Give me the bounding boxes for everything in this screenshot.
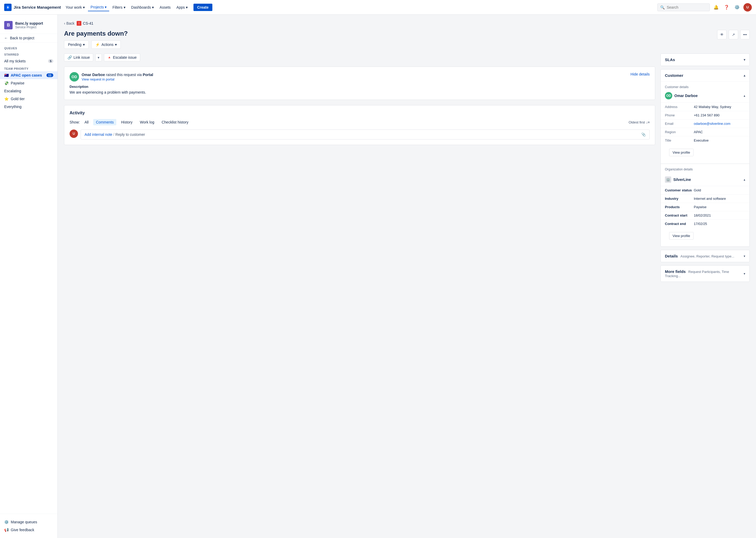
queues-section-label: Queues — [0, 45, 57, 51]
sidebar-project: B Banc.ly support Service Project — [0, 19, 57, 33]
add-note-label[interactable]: Add internal note — [85, 133, 112, 136]
org-name: SilverLine — [673, 178, 691, 182]
gear-icon: ⚙️ — [4, 520, 9, 524]
chevron-down-icon: ▾ — [124, 5, 125, 9]
view-portal-link[interactable]: View request in portal — [82, 77, 153, 81]
nav-assets[interactable]: Assets — [157, 4, 173, 11]
customer-region-row: Region APAC — [661, 128, 749, 136]
sidebar-item-everything[interactable]: Everything — [0, 103, 57, 111]
create-button[interactable]: Create — [193, 4, 212, 11]
customer-profile-row: OD Omar Darboe ▴ — [661, 91, 749, 102]
link-issue-button[interactable]: 🔗 Link issue — [64, 53, 93, 61]
requester-avatar: OD — [70, 72, 79, 81]
details-section: Details Assignee, Reporter, Request type… — [661, 250, 750, 262]
breadcrumb: ‹ Back ! CS-41 — [64, 21, 750, 26]
more-fields-section: More fields Request Participants, Time T… — [661, 265, 750, 282]
commenter-avatar: U — [70, 130, 78, 138]
filter-comments[interactable]: Comments — [93, 119, 116, 125]
sort-button[interactable]: Oldest first ↓≡ — [629, 120, 650, 124]
org-row: 🏢 SilverLine ▴ — [661, 173, 749, 186]
requester-row: OD Omar Darboe raised this request via P… — [70, 72, 650, 81]
customer-address-row: Address 42 Wallaby Way, Sydney — [661, 102, 749, 111]
user-avatar[interactable]: U — [743, 3, 752, 12]
comment-box[interactable]: Add internal note / Reply to customer 📎 — [81, 130, 650, 139]
share-button[interactable]: ↗ — [729, 30, 738, 39]
topnav: Jira Service Management Your work ▾ Proj… — [0, 0, 756, 15]
project-icon: B — [4, 21, 13, 29]
customer-body: Customer details OD Omar Darboe ▴ Addres… — [661, 81, 749, 246]
org-info: 🏢 SilverLine — [665, 177, 691, 183]
nav-filters[interactable]: Filters ▾ — [110, 4, 128, 11]
project-name: Banc.ly support — [15, 21, 43, 26]
actions-button[interactable]: ⚡ Actions ▾ — [92, 40, 121, 49]
org-contract-end-row: Contract end 17/02/25 — [661, 219, 749, 228]
activity-title: Activity — [70, 111, 650, 115]
reply-label[interactable]: Reply to customer — [115, 133, 145, 136]
chevron-down-icon: ▾ — [105, 5, 106, 9]
chevron-up-icon: ▴ — [744, 178, 745, 182]
customer-email-link[interactable]: odarboe@silverline.com — [694, 122, 730, 126]
action-bar: 🔗 Link issue ▾ 🔺 Escalate issue — [64, 53, 655, 61]
settings-button[interactable]: ⚙️ — [733, 3, 741, 12]
back-to-project-label: Back to project — [10, 36, 34, 40]
sidebar-item-gold-tier[interactable]: ⭐ Gold tier — [0, 95, 57, 103]
status-button[interactable]: Pending ▾ — [64, 40, 89, 49]
manage-queues-button[interactable]: ⚙️ Manage queues — [0, 518, 57, 526]
nav-dashboards[interactable]: Dashboards ▾ — [129, 4, 157, 11]
sidebar: B Banc.ly support Service Project ← Back… — [0, 15, 58, 538]
layout: B Banc.ly support Service Project ← Back… — [0, 0, 756, 538]
hide-details-button[interactable]: Hide details — [631, 72, 650, 76]
sidebar-item-apac-open-cases[interactable]: 🇦🇺 APAC open cases 11 — [0, 71, 57, 79]
top-nav-items: Your work ▾ Projects ▾ Filters ▾ Dashboa… — [63, 3, 190, 11]
app-name: Jira Service Management — [14, 5, 61, 9]
nav-your-work[interactable]: Your work ▾ — [63, 4, 88, 11]
sidebar-item-paywise[interactable]: 💸 Paywise — [0, 79, 57, 87]
notifications-button[interactable]: 🔔 — [712, 3, 720, 12]
link-issue-dropdown[interactable]: ▾ — [95, 54, 102, 61]
search-input[interactable] — [667, 5, 704, 9]
requester-text-block: Omar Darboe raised this request via Port… — [82, 73, 153, 81]
search-icon: 🔍 — [660, 5, 664, 9]
customer-section: Customer ▴ Customer details OD Omar Darb… — [661, 69, 750, 247]
org-view-profile-button[interactable]: View profile — [669, 232, 694, 240]
app-logo[interactable]: Jira Service Management — [4, 4, 61, 11]
filter-all[interactable]: All — [82, 119, 92, 125]
customer-header[interactable]: Customer ▴ — [661, 70, 749, 81]
watch-button[interactable]: 👁 — [717, 30, 726, 39]
attachment-icon[interactable]: 📎 — [641, 133, 646, 136]
escalate-issue-button[interactable]: 🔺 Escalate issue — [104, 53, 140, 61]
filter-history[interactable]: History — [118, 119, 135, 125]
issue-type-icon: ! — [77, 21, 81, 26]
sidebar-item-all-my-tickets[interactable]: All my tickets 5 — [0, 57, 57, 65]
activity-show: Show: All Comments History Work log Chec… — [70, 119, 191, 125]
slas-header[interactable]: SLAs ▾ — [661, 54, 749, 66]
filter-checklist[interactable]: Checklist history — [159, 119, 191, 125]
nav-apps[interactable]: Apps ▾ — [174, 4, 190, 11]
content-area: 🔗 Link issue ▾ 🔺 Escalate issue OD — [64, 53, 750, 285]
breadcrumb-back[interactable]: ‹ Back — [64, 21, 75, 26]
org-icon: 🏢 — [665, 177, 671, 183]
back-to-project-button[interactable]: ← Back to project — [0, 33, 57, 42]
give-feedback-button[interactable]: 📢 Give feedback — [0, 526, 57, 534]
main-content: ‹ Back ! CS-41 Are payments down? 👁 ↗ — [58, 15, 756, 538]
org-industry-row: Industry Internet and software — [661, 194, 749, 203]
requester-info: OD Omar Darboe raised this request via P… — [70, 72, 153, 81]
chevron-up-icon: ▴ — [744, 94, 745, 97]
project-type: Service Project — [15, 26, 43, 29]
sidebar-item-escalating[interactable]: Escalating — [0, 87, 57, 95]
customer-profile-info: OD Omar Darboe — [665, 92, 698, 99]
sort-icon: ↓≡ — [646, 120, 650, 124]
more-icon: ••• — [743, 32, 747, 37]
more-options-button[interactable]: ••• — [740, 30, 750, 39]
filter-worklog[interactable]: Work log — [137, 119, 157, 125]
details-header[interactable]: Details Assignee, Reporter, Request type… — [661, 250, 749, 262]
details-sublabel: Assignee, Reporter, Request type... — [680, 254, 734, 258]
view-profile-button[interactable]: View profile — [669, 149, 694, 156]
search-box[interactable]: 🔍 — [657, 3, 710, 11]
help-button[interactable]: ❓ — [723, 3, 731, 12]
org-contract-start-row: Contract start 18/02/2021 — [661, 211, 749, 219]
nav-projects[interactable]: Projects ▾ — [88, 3, 109, 11]
customer-email-row: Email odarboe@silverline.com — [661, 119, 749, 128]
more-fields-header[interactable]: More fields Request Participants, Time T… — [661, 266, 749, 282]
description-text: We are experiencing a problem with payme… — [70, 90, 650, 94]
